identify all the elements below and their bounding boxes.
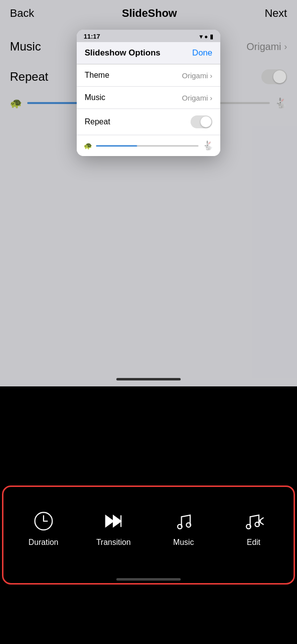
edit-label: Edit	[247, 538, 260, 547]
slideshow-options-popup: 11:17 ▾ ● ▮ Slideshow Options Done Theme…	[77, 30, 220, 156]
home-indicator-white	[116, 378, 181, 380]
home-indicator-black	[116, 578, 181, 581]
popup-theme-row[interactable]: Theme Origami ›	[77, 64, 220, 87]
popup-fast-icon: 🐇	[202, 140, 213, 151]
transition-icon	[100, 508, 126, 534]
signal-icon: ●	[204, 33, 208, 40]
popup-music-label: Music	[85, 93, 105, 102]
popup-theme-label: Theme	[85, 71, 109, 80]
transition-label: Transition	[96, 538, 131, 547]
bottom-toolbar: Duration Transition	[2, 485, 295, 585]
music-label: Music	[173, 538, 194, 547]
popup-repeat-label: Repeat	[85, 117, 110, 126]
popup-overlay[interactable]: 11:17 ▾ ● ▮ Slideshow Options Done Theme…	[0, 0, 297, 386]
popup-theme-value: Origami ›	[182, 71, 212, 80]
svg-line-10	[260, 518, 263, 520]
popup-time: 11:17	[84, 33, 100, 40]
svg-line-11	[260, 522, 263, 524]
popup-repeat-row[interactable]: Repeat	[77, 109, 220, 135]
popup-toggle-knob	[200, 116, 211, 127]
popup-done-button[interactable]: Done	[192, 48, 212, 58]
phone-screen: Back SlideShow Next Music Origami › Repe…	[0, 0, 297, 386]
duration-tab[interactable]: Duration	[8, 508, 79, 547]
edit-tab[interactable]: Edit	[219, 508, 289, 547]
popup-music-text: Origami	[182, 94, 208, 102]
popup-music-chevron: ›	[210, 94, 212, 102]
status-icons: ▾ ● ▮	[199, 33, 213, 40]
popup-slider-row: 🐢 🐇	[77, 135, 220, 156]
popup-header: Slideshow Options Done	[77, 42, 220, 64]
edit-icon	[241, 508, 266, 534]
popup-status-bar: 11:17 ▾ ● ▮	[77, 30, 220, 42]
music-icon	[171, 508, 197, 534]
popup-slider-track[interactable]	[96, 145, 198, 147]
duration-label: Duration	[29, 538, 58, 547]
battery-icon: ▮	[210, 33, 213, 40]
svg-marker-3	[106, 516, 113, 527]
popup-music-value: Origami ›	[182, 94, 212, 102]
transition-tab[interactable]: Transition	[79, 508, 149, 547]
svg-marker-4	[113, 516, 121, 527]
popup-repeat-toggle[interactable]	[191, 115, 212, 128]
popup-slow-icon: 🐢	[84, 142, 92, 150]
music-tab[interactable]: Music	[148, 508, 219, 547]
popup-title: Slideshow Options	[85, 48, 160, 58]
duration-icon	[31, 508, 56, 534]
black-area: Duration Transition	[0, 386, 297, 585]
svg-point-12	[259, 520, 261, 522]
popup-theme-chevron: ›	[210, 71, 212, 80]
popup-theme-text: Origami	[182, 71, 208, 80]
popup-slider-fill	[96, 145, 137, 147]
popup-music-row[interactable]: Music Origami ›	[77, 87, 220, 109]
wifi-icon: ▾	[199, 33, 202, 40]
